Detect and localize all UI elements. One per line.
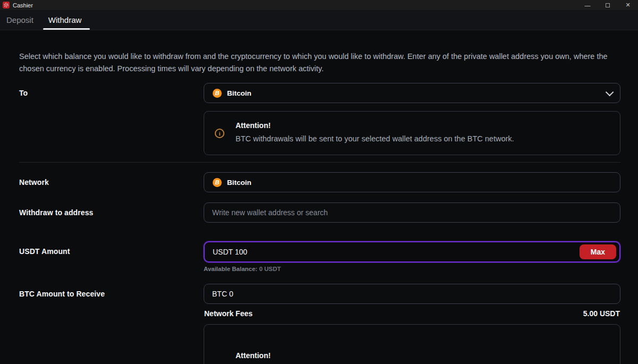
- withdraw-panel: Select which balance you would like to w…: [0, 30, 638, 364]
- btc-amount-input[interactable]: [204, 284, 620, 304]
- to-label: To: [19, 83, 204, 97]
- chevron-down-icon: [606, 88, 614, 96]
- attention-banner-bottom: i Attention! Using our USDT to BTC withd…: [204, 324, 620, 364]
- address-row: Withdraw to address: [19, 202, 620, 223]
- address-label: Withdraw to address: [19, 202, 204, 217]
- network-fees-label: Network Fees: [204, 309, 253, 318]
- cashier-app-icon: [3, 2, 10, 9]
- wallet-address-input[interactable]: [204, 202, 620, 223]
- network-fees-row: Network Fees 5.00 USDT i Attention! Usin…: [19, 304, 620, 364]
- network-row: Network B Bitcoin: [19, 172, 620, 192]
- btc-amount-row: BTC Amount to Receive: [19, 284, 620, 304]
- minimize-icon[interactable]: —: [577, 0, 598, 10]
- close-icon[interactable]: ✕: [618, 0, 638, 10]
- info-icon: i: [215, 129, 224, 138]
- withdraw-description: Select which balance you would like to w…: [19, 50, 620, 75]
- to-currency-dropdown[interactable]: B Bitcoin: [204, 83, 620, 103]
- tab-bar: Deposit Withdraw: [0, 10, 638, 30]
- available-balance-value: 0 USDT: [259, 266, 281, 272]
- network-label: Network: [19, 172, 204, 187]
- attention-title: Attention!: [236, 351, 609, 360]
- to-row: To B Bitcoin: [19, 83, 620, 103]
- usdt-amount-label: USDT Amount: [19, 241, 204, 256]
- attention-body: BTC withdrawals will be sent to your sel…: [236, 133, 514, 145]
- max-button[interactable]: Max: [580, 244, 616, 259]
- bitcoin-icon: B: [213, 178, 222, 187]
- to-currency-value: Bitcoin: [227, 89, 251, 97]
- btc-amount-label: BTC Amount to Receive: [19, 284, 204, 298]
- usdt-amount-field: Max: [204, 241, 620, 263]
- maximize-icon[interactable]: [598, 0, 618, 10]
- network-dropdown[interactable]: B Bitcoin: [204, 172, 620, 192]
- section-divider: [19, 162, 620, 163]
- attention-title: Attention!: [236, 121, 514, 130]
- bitcoin-icon: B: [213, 89, 222, 98]
- title-bar: Cashier — ✕: [0, 0, 638, 10]
- available-balance: Available Balance: 0 USDT: [204, 266, 620, 272]
- window-controls: — ✕: [577, 0, 638, 10]
- attention-banner-top: i Attention! BTC withdrawals will be sen…: [204, 111, 620, 155]
- available-balance-label: Available Balance:: [204, 266, 257, 272]
- attention-top-row: i Attention! BTC withdrawals will be sen…: [19, 111, 620, 155]
- tab-withdraw[interactable]: Withdraw: [47, 10, 83, 30]
- window-title: Cashier: [13, 2, 33, 9]
- tab-deposit[interactable]: Deposit: [5, 10, 35, 30]
- usdt-amount-row: USDT Amount Max Available Balance: 0 USD…: [19, 241, 620, 272]
- network-value: Bitcoin: [227, 179, 251, 187]
- network-fees-value: 5.00 USDT: [583, 309, 620, 318]
- usdt-amount-input[interactable]: [213, 248, 580, 256]
